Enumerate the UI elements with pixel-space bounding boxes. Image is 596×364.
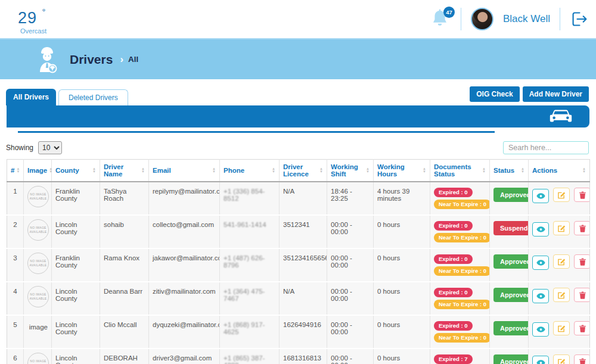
page-banner: Drivers › All: [0, 39, 596, 79]
working-shift-cell: 00:00 - 00:00: [327, 315, 374, 349]
sort-icon: ▲▼: [366, 167, 370, 173]
trash-icon: [579, 291, 586, 299]
sort-icon: ▲▼: [482, 167, 486, 173]
sort-icon: ▲▼: [92, 167, 96, 173]
tab-deleted-drivers[interactable]: Deleted Drivers: [58, 89, 128, 105]
edit-button[interactable]: [553, 321, 570, 335]
driver-name-cell: Rama Knox: [100, 248, 149, 282]
column-header-working-shift[interactable]: Working Shift▲▼: [327, 160, 374, 182]
column-header-image[interactable]: Image▲▼: [24, 160, 52, 182]
sort-icon: ▲▼: [212, 167, 216, 173]
tab-all-drivers[interactable]: All Drivers: [6, 89, 56, 105]
eye-icon: [536, 293, 545, 299]
add-new-driver-button[interactable]: Add New Driver: [523, 86, 589, 102]
delete-button[interactable]: [574, 254, 589, 269]
trash-icon: [579, 225, 586, 232]
car-icon: [549, 109, 573, 124]
sort-icon: ▲▼: [272, 167, 275, 173]
column-label: Working Shift: [331, 163, 364, 178]
column-header-status[interactable]: Status▲▼: [490, 160, 529, 182]
driver-image-cell: NO IMAGE AVAILABLE image: [24, 248, 52, 282]
expired-badge: Expired : 0: [434, 288, 473, 297]
view-button[interactable]: [532, 222, 549, 237]
top-header: 29 ° Overcast 47 Black Well: [0, 0, 596, 39]
column-label: Driver Licence: [283, 163, 318, 178]
section-bar: [7, 105, 589, 127]
delete-button[interactable]: [574, 221, 589, 235]
column-header-documents-status[interactable]: Documents Status▲▼: [430, 160, 490, 182]
status-badge[interactable]: Approved: [493, 254, 529, 269]
documents-status-cell: Expired : 0 Near To Expire : 0: [430, 215, 490, 248]
driver-licence-cell: N/A: [280, 182, 327, 215]
working-shift-cell: 18:46 - 23:25: [327, 182, 374, 215]
view-button[interactable]: [532, 256, 549, 270]
phone-cell: +1 (868) 917-4625: [220, 315, 280, 349]
driver-icon: [33, 45, 61, 74]
near-to-expire-badge: Near To Expire : 0: [434, 200, 490, 209]
row-number: 5: [7, 315, 24, 349]
pencil-icon: [557, 358, 566, 364]
column-header-working-hours[interactable]: Working Hours▲▼: [374, 160, 430, 182]
oig-check-button[interactable]: OIG Check: [470, 86, 519, 102]
driver-image-cell: NO IMAGE AVAILABLE image: [24, 349, 52, 364]
delete-button[interactable]: [574, 321, 589, 335]
email-cell: driver3@gmail.com: [149, 349, 220, 364]
edit-button[interactable]: [553, 221, 570, 235]
expired-badge: Expired : 0: [434, 254, 473, 264]
column-header-email[interactable]: Email▲▼: [149, 160, 220, 182]
working-hours-cell: 0 hours: [374, 315, 430, 349]
status-badge[interactable]: Approved: [493, 288, 529, 302]
no-image-placeholder: NO IMAGE AVAILABLE: [27, 253, 49, 274]
sort-icon: ▲▼: [141, 167, 145, 173]
table-row: 5 NO IMAGE AVAILABLE image Lincoln Count…: [7, 315, 590, 349]
delete-button[interactable]: [574, 354, 589, 364]
pencil-icon: [557, 225, 566, 232]
view-button[interactable]: [532, 356, 549, 364]
divider: [461, 8, 461, 30]
weather-widget: 29 ° Overcast: [18, 4, 46, 35]
view-button[interactable]: [532, 322, 549, 337]
status-badge[interactable]: Suspended: [493, 221, 529, 235]
column-header-county[interactable]: County▲▼: [52, 160, 100, 182]
table-row: 1 NO IMAGE AVAILABLE image Franklin Coun…: [7, 182, 590, 215]
documents-status-cell: Expired : 0 Near To Expire : 0: [430, 248, 490, 282]
status-badge[interactable]: Approved: [493, 321, 529, 335]
documents-status-cell: Expired : 0 Near To Expire : 0: [430, 182, 490, 215]
status-cell: Approved: [490, 182, 529, 215]
logout-icon[interactable]: [570, 10, 588, 28]
column-header-driver-licence[interactable]: Driver Licence▲▼: [280, 160, 327, 182]
edit-button[interactable]: [553, 354, 570, 364]
status-badge[interactable]: Approved: [493, 188, 529, 202]
edit-button[interactable]: [553, 288, 570, 302]
working-shift-cell: 00:00 - 00:00: [327, 248, 374, 282]
expired-badge: Expired : 0: [434, 221, 473, 231]
status-cell: Approved: [490, 248, 529, 282]
working-hours-cell: 4 hours 39 minutes: [374, 182, 430, 215]
view-button[interactable]: [532, 189, 549, 203]
delete-button[interactable]: [574, 288, 589, 302]
email-cell: jakawor@mailinator.com: [149, 248, 220, 282]
expired-badge: Expired : 0: [434, 188, 473, 197]
edit-button[interactable]: [553, 254, 570, 269]
tab-list: All Drivers Deleted Drivers: [6, 89, 128, 105]
column-header-actions[interactable]: Actions▲▼: [529, 160, 590, 182]
column-header-num[interactable]: #▲▼: [7, 160, 24, 182]
status-badge[interactable]: Approved: [493, 354, 529, 364]
phone-cell: +1 (487) 626-8796: [220, 248, 280, 282]
search-input[interactable]: [503, 141, 589, 154]
user-name[interactable]: Black Well: [503, 13, 550, 25]
column-header-driver-name[interactable]: Driver Name▲▼: [100, 160, 149, 182]
view-button[interactable]: [532, 289, 549, 303]
driver-licence-cell: 351234165656: [280, 248, 327, 282]
avatar[interactable]: [471, 8, 493, 30]
delete-button[interactable]: [574, 188, 589, 202]
page-size-select[interactable]: 10: [38, 141, 62, 154]
row-number: 6: [7, 349, 24, 364]
notification-bell[interactable]: 47: [431, 9, 451, 29]
edit-button[interactable]: [553, 188, 570, 202]
trash-icon: [579, 258, 586, 266]
working-hours-cell: 0 hours: [374, 349, 430, 364]
documents-status-cell: Expired : 0 Near To Expire : 0: [430, 315, 490, 349]
column-header-phone[interactable]: Phone▲▼: [220, 160, 280, 182]
email-cell: dyquzeki@mailinator.com: [149, 315, 220, 349]
